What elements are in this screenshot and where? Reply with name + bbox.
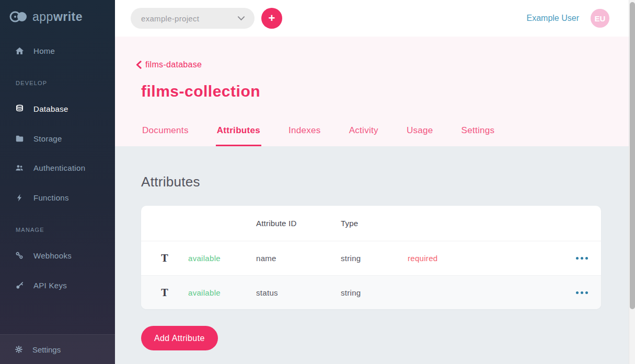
required-badge: required <box>408 254 528 263</box>
breadcrumb[interactable]: films-database <box>136 60 202 69</box>
key-icon <box>15 280 24 290</box>
sidebar-item-authentication[interactable]: Authentication <box>0 157 115 178</box>
home-icon <box>15 46 24 55</box>
sidebar-item-settings[interactable]: Settings <box>0 334 115 364</box>
sidebar-item-functions[interactable]: Functions <box>0 187 115 208</box>
users-icon <box>15 163 24 172</box>
add-project-button[interactable]: + <box>261 8 282 29</box>
sidebar-item-label: Settings <box>32 345 61 354</box>
add-attribute-button[interactable]: Add Attribute <box>141 326 218 350</box>
table-row: T available status string <box>141 275 601 309</box>
plus-icon: + <box>269 8 275 28</box>
sidebar: appwrite Home DEVELOP Database Storage <box>0 0 115 364</box>
appwrite-logo-text: appwrite <box>32 10 83 24</box>
tab-activity[interactable]: Activity <box>348 120 379 146</box>
project-selector[interactable]: example-project <box>131 8 255 29</box>
tab-indexes[interactable]: Indexes <box>287 120 322 146</box>
gear-icon <box>15 345 23 354</box>
row-actions-menu-button[interactable] <box>576 291 601 294</box>
tab-attributes[interactable]: Attributes <box>216 120 261 146</box>
main-area: example-project + Example User EU films-… <box>115 0 629 364</box>
attribute-id-value: name <box>256 254 341 263</box>
attribute-id-value: status <box>256 288 341 297</box>
sidebar-item-label: API Keys <box>33 281 67 290</box>
link-icon <box>15 251 24 260</box>
sidebar-item-home[interactable]: Home <box>0 40 115 61</box>
attributes-table: Attribute ID Type T available name strin… <box>141 206 601 309</box>
database-icon <box>15 104 24 113</box>
appwrite-logo[interactable]: appwrite <box>9 9 83 24</box>
sidebar-item-label: Storage <box>33 134 62 143</box>
chevron-down-icon <box>237 16 245 21</box>
avatar[interactable]: EU <box>591 9 609 28</box>
sidebar-item-label: Home <box>33 46 55 55</box>
user-name-link[interactable]: Example User <box>527 14 579 23</box>
string-type-icon: T <box>161 287 168 298</box>
sidebar-item-label: Database <box>33 104 68 113</box>
table-row: T available name string required <box>141 241 601 275</box>
row-actions-menu-button[interactable] <box>576 257 601 260</box>
folder-icon <box>15 134 24 143</box>
attribute-type-value: string <box>341 288 408 297</box>
sidebar-section-manage: MANAGE <box>16 227 44 233</box>
section-heading: Attributes <box>141 174 200 190</box>
collection-header: films-database films-collection Document… <box>115 37 629 146</box>
status-badge: available <box>188 254 256 263</box>
sidebar-item-label: Functions <box>33 193 69 202</box>
tab-settings[interactable]: Settings <box>460 120 496 146</box>
chevron-left-icon <box>136 61 142 69</box>
lightning-icon <box>15 193 24 202</box>
breadcrumb-label: films-database <box>145 60 202 69</box>
column-header-type: Type <box>341 219 408 228</box>
topbar: example-project + Example User EU <box>115 0 629 37</box>
user-area: Example User EU <box>527 0 609 37</box>
string-type-icon: T <box>161 253 168 264</box>
sidebar-item-database[interactable]: Database <box>0 98 115 119</box>
appwrite-logo-icon <box>9 9 28 24</box>
tab-documents[interactable]: Documents <box>141 120 190 146</box>
page-title: films-collection <box>141 83 260 100</box>
status-badge: available <box>188 288 256 297</box>
sidebar-item-webhooks[interactable]: Webhooks <box>0 245 115 266</box>
sidebar-item-label: Authentication <box>33 163 85 172</box>
content-area: Attributes Attribute ID Type T available… <box>115 146 629 364</box>
table-header-row: Attribute ID Type <box>141 206 601 241</box>
tab-usage[interactable]: Usage <box>406 120 434 146</box>
scrollbar-thumb[interactable] <box>630 2 635 309</box>
sidebar-item-storage[interactable]: Storage <box>0 128 115 149</box>
project-selector-value: example-project <box>141 14 199 23</box>
sidebar-section-develop: DEVELOP <box>16 80 47 86</box>
attribute-type-value: string <box>341 254 408 263</box>
column-header-attribute-id: Attribute ID <box>256 219 341 228</box>
tab-bar: Documents Attributes Indexes Activity Us… <box>141 120 495 146</box>
sidebar-item-api-keys[interactable]: API Keys <box>0 275 115 296</box>
vertical-scrollbar[interactable] <box>629 0 635 364</box>
sidebar-item-label: Webhooks <box>33 251 72 260</box>
